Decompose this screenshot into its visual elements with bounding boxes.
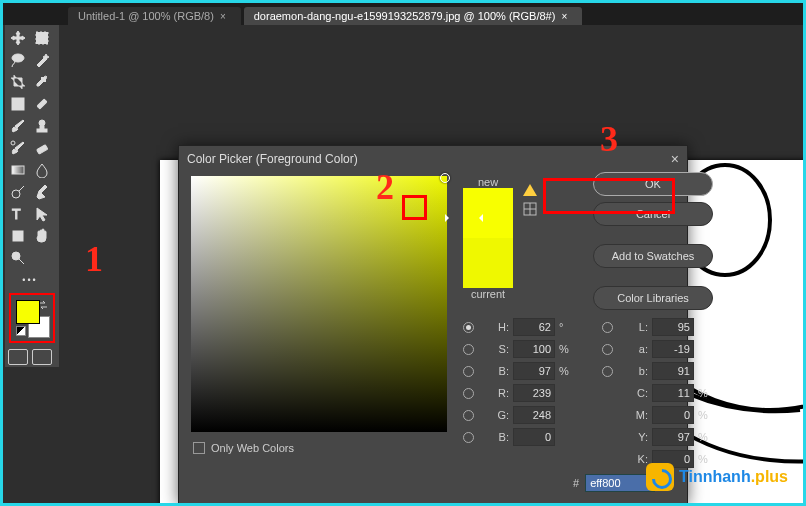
h-radio[interactable]: [463, 322, 474, 333]
dodge-tool[interactable]: [6, 181, 30, 203]
mask-mode[interactable]: [6, 349, 54, 365]
new-color-swatch: [463, 188, 513, 238]
svg-rect-5: [37, 99, 47, 109]
foreground-color[interactable]: [16, 300, 40, 324]
svg-point-13: [12, 252, 20, 260]
svg-point-10: [12, 190, 20, 198]
history-brush-tool[interactable]: [6, 137, 30, 159]
stamp-tool[interactable]: [30, 115, 54, 137]
close-icon[interactable]: ×: [561, 11, 567, 22]
web-safe-warning-icon[interactable]: [523, 202, 537, 216]
gradient-tool[interactable]: [6, 159, 30, 181]
annotation-3: 3: [600, 118, 618, 160]
path-select-tool[interactable]: [30, 203, 54, 225]
lb-radio[interactable]: [602, 366, 613, 377]
r-input[interactable]: [513, 384, 555, 402]
shape-tool[interactable]: [6, 225, 30, 247]
svg-rect-8: [37, 145, 48, 154]
checkbox-icon[interactable]: [193, 442, 205, 454]
annotation-3-box: [543, 178, 675, 214]
tab-label: Untitled-1 @ 100% (RGB/8): [78, 10, 214, 22]
tab-label: doraemon-dang-ngu-e1599193252879.jpg @ 1…: [254, 10, 556, 22]
g-radio[interactable]: [463, 410, 474, 421]
tab-doraemon[interactable]: doraemon-dang-ngu-e1599193252879.jpg @ 1…: [244, 7, 583, 25]
doc-tabs: Untitled-1 @ 100% (RGB/8) × doraemon-dan…: [3, 3, 803, 25]
blur-tool[interactable]: [30, 159, 54, 181]
sv-cursor: [440, 173, 450, 183]
gamut-warning-icon[interactable]: [523, 182, 537, 196]
svg-point-7: [11, 141, 15, 145]
y-input[interactable]: [652, 428, 694, 446]
type-tool[interactable]: T: [6, 203, 30, 225]
h-input[interactable]: [513, 318, 555, 336]
healing-tool[interactable]: [30, 93, 54, 115]
b-input[interactable]: [513, 362, 555, 380]
add-to-swatches-button[interactable]: Add to Swatches: [593, 244, 713, 268]
a-radio[interactable]: [602, 344, 613, 355]
r-radio[interactable]: [463, 388, 474, 399]
bb-input[interactable]: [513, 428, 555, 446]
hand-tool[interactable]: [30, 225, 54, 247]
zoom-tool[interactable]: [6, 247, 30, 269]
wand-tool[interactable]: [30, 49, 54, 71]
edit-toolbar[interactable]: •••: [6, 269, 54, 291]
svg-rect-12: [13, 231, 23, 241]
a-input[interactable]: [652, 340, 694, 358]
marquee-tool[interactable]: [30, 27, 54, 49]
watermark-icon: [646, 463, 674, 491]
tab-untitled[interactable]: Untitled-1 @ 100% (RGB/8) ×: [68, 7, 241, 25]
svg-rect-0: [36, 32, 48, 44]
current-color-swatch[interactable]: [463, 238, 513, 288]
pen-tool[interactable]: [30, 181, 54, 203]
close-icon[interactable]: ×: [220, 11, 226, 22]
svg-text:T: T: [12, 206, 21, 222]
brush-tool[interactable]: [6, 115, 30, 137]
svg-rect-6: [37, 129, 47, 132]
new-label: new: [478, 176, 498, 188]
hex-label: #: [573, 477, 579, 489]
m-input[interactable]: [652, 406, 694, 424]
eraser-tool[interactable]: [30, 137, 54, 159]
watermark: Tinnhanh.plus: [646, 463, 788, 491]
hex-input[interactable]: [585, 474, 655, 492]
l-radio[interactable]: [602, 322, 613, 333]
dialog-title: Color Picker (Foreground Color): [187, 152, 358, 166]
svg-point-1: [12, 54, 24, 62]
current-label: current: [471, 288, 505, 300]
g-input[interactable]: [513, 406, 555, 424]
l-input[interactable]: [652, 318, 694, 336]
move-tool[interactable]: [6, 27, 30, 49]
s-radio[interactable]: [463, 344, 474, 355]
annotation-1: 1: [85, 238, 103, 280]
eyedropper-tool[interactable]: [30, 71, 54, 93]
color-swatches[interactable]: [9, 293, 55, 343]
default-colors-icon[interactable]: [16, 326, 26, 336]
frame-tool[interactable]: [6, 93, 30, 115]
annotation-2: 2: [376, 166, 394, 208]
svg-rect-9: [12, 166, 24, 174]
color-libraries-button[interactable]: Color Libraries: [593, 286, 713, 310]
b-radio[interactable]: [463, 366, 474, 377]
annotation-2-box: [402, 195, 427, 220]
crop-tool[interactable]: [6, 71, 30, 93]
toolbox: T •••: [5, 25, 59, 367]
only-web-colors-option[interactable]: Only Web Colors: [193, 442, 447, 454]
lb-input[interactable]: [652, 362, 694, 380]
c-input[interactable]: [652, 384, 694, 402]
lasso-tool[interactable]: [6, 49, 30, 71]
bb-radio[interactable]: [463, 432, 474, 443]
only-web-label: Only Web Colors: [211, 442, 294, 454]
close-icon[interactable]: ×: [671, 151, 679, 167]
s-input[interactable]: [513, 340, 555, 358]
